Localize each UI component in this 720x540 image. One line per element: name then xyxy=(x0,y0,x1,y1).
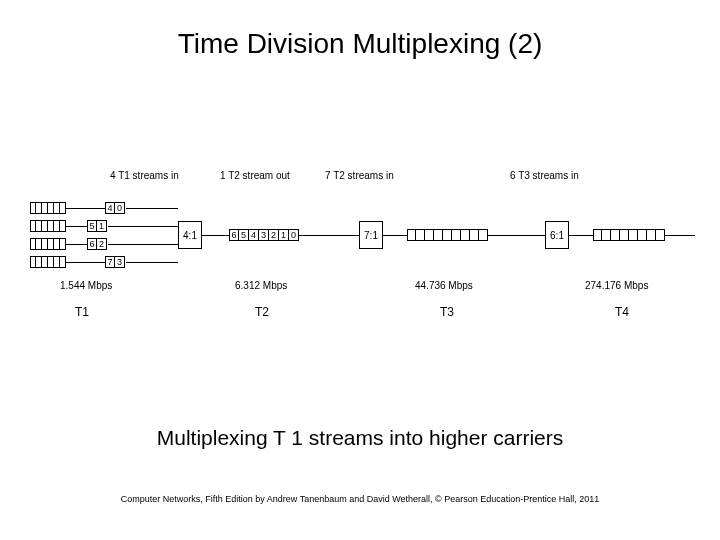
rate-t2: 6.312 Mbps xyxy=(235,280,287,291)
t1-strip-3 xyxy=(30,256,66,268)
tier-t4: T4 xyxy=(615,305,629,319)
t1-strip-0 xyxy=(30,202,66,214)
t1-pair-1: 51 xyxy=(87,220,107,232)
t1-cell: 4 xyxy=(105,202,115,214)
tdm-diagram: 4 T1 streams in 7 T2 streams in 6 T3 str… xyxy=(0,170,720,370)
t2-cell: 0 xyxy=(289,229,299,241)
label-t1-in: 4 T1 streams in xyxy=(110,170,179,181)
t1-strip-2 xyxy=(30,238,66,250)
t2-out-strip: 6 5 4 3 2 1 0 xyxy=(229,229,299,241)
connector xyxy=(126,262,178,263)
mux-6to1: 6:1 xyxy=(545,221,569,249)
connector xyxy=(383,235,407,236)
mux-7to1: 7:1 xyxy=(359,221,383,249)
connector xyxy=(108,226,178,227)
t2-cell: 3 xyxy=(259,229,269,241)
connector xyxy=(569,235,593,236)
tier-t1: T1 xyxy=(75,305,89,319)
t4-out-strip xyxy=(593,229,665,241)
rate-t4: 274.176 Mbps xyxy=(585,280,648,291)
t2-cell: 5 xyxy=(239,229,249,241)
t1-cell: 1 xyxy=(97,220,107,232)
t1-pair-2: 62 xyxy=(87,238,107,250)
t1-cell: 7 xyxy=(105,256,115,268)
connector xyxy=(665,235,695,236)
connector xyxy=(66,226,87,227)
connector xyxy=(66,244,87,245)
connector xyxy=(108,244,178,245)
label-t2-in: 7 T2 streams in xyxy=(325,170,394,181)
t2-cell: 1 xyxy=(279,229,289,241)
t1-cell: 3 xyxy=(115,256,125,268)
tier-t3: T3 xyxy=(440,305,454,319)
t1-cell: 6 xyxy=(87,238,97,250)
mux-4to1: 4:1 xyxy=(178,221,202,249)
connector xyxy=(488,235,545,236)
connector xyxy=(126,208,178,209)
subtitle: Multiplexing T 1 streams into higher car… xyxy=(0,426,720,450)
rate-t3: 44.736 Mbps xyxy=(415,280,473,291)
label-t3-in: 6 T3 streams in xyxy=(510,170,579,181)
connector xyxy=(202,235,229,236)
page-title: Time Division Multiplexing (2) xyxy=(0,0,720,60)
t2-cell: 2 xyxy=(269,229,279,241)
label-t2-out: 1 T2 stream out xyxy=(220,170,290,181)
connector xyxy=(66,262,105,263)
connector xyxy=(66,208,105,209)
t2-cell: 4 xyxy=(249,229,259,241)
footer-credit: Computer Networks, Fifth Edition by Andr… xyxy=(0,494,720,504)
t1-strip-1 xyxy=(30,220,66,232)
t3-out-strip xyxy=(407,229,488,241)
t1-cell: 2 xyxy=(97,238,107,250)
t1-pair-3: 73 xyxy=(105,256,125,268)
rate-t1: 1.544 Mbps xyxy=(60,280,112,291)
t2-cell: 6 xyxy=(229,229,239,241)
tier-t2: T2 xyxy=(255,305,269,319)
t1-pair-0: 40 xyxy=(105,202,125,214)
t1-cell: 0 xyxy=(115,202,125,214)
t1-cell: 5 xyxy=(87,220,97,232)
connector xyxy=(299,235,359,236)
